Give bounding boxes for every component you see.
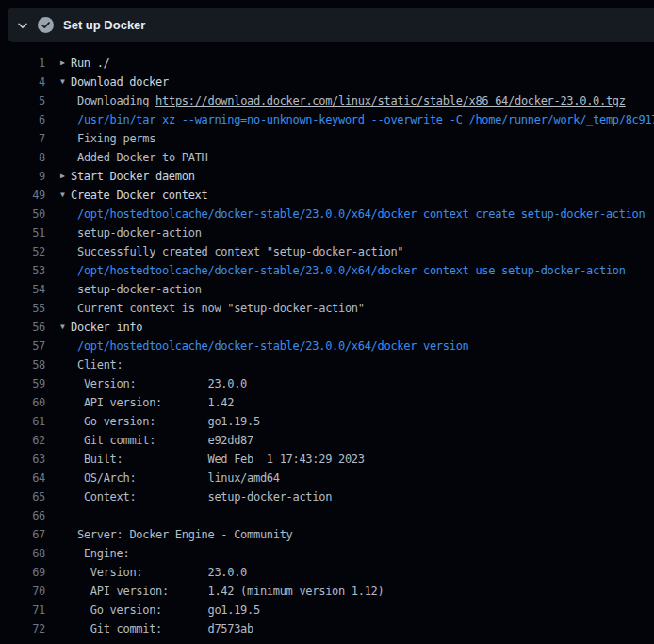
line-number[interactable]: 52 xyxy=(0,245,45,258)
log-row: 54setup-docker-action xyxy=(0,280,654,299)
log-command: /opt/hostedtoolcache/docker-stable/23.0.… xyxy=(45,207,645,221)
triangle-down-icon: ▼ xyxy=(60,73,71,91)
line-number[interactable]: 6 xyxy=(0,113,45,126)
line-number[interactable]: 50 xyxy=(0,207,45,221)
line-number[interactable]: 65 xyxy=(0,490,45,504)
log-row: 1▶Run ./ xyxy=(0,54,654,73)
log-row: 60 API version: 1.42 xyxy=(0,393,654,412)
log-row: 52Successfully created context "setup-do… xyxy=(0,242,654,261)
log-text: Git commit: e92dd87 xyxy=(45,434,253,447)
triangle-right-icon: ▶ xyxy=(60,54,71,73)
log-command: /usr/bin/tar xz --warning=no-unknown-key… xyxy=(45,113,654,126)
line-number[interactable]: 8 xyxy=(0,151,45,164)
log-text: Client: xyxy=(45,358,123,372)
line-number[interactable]: 51 xyxy=(0,226,45,239)
log-row: 6/usr/bin/tar xz --warning=no-unknown-ke… xyxy=(0,110,654,129)
log-row: 65 Context: setup-docker-action xyxy=(0,487,654,506)
log-text: setup-docker-action xyxy=(45,226,202,239)
line-number[interactable]: 53 xyxy=(0,264,45,277)
line-number[interactable]: 57 xyxy=(0,339,45,353)
log-row: 63 Built: Wed Feb 1 17:43:29 2023 xyxy=(0,450,654,469)
line-number[interactable]: 7 xyxy=(0,132,45,145)
line-number[interactable]: 55 xyxy=(0,302,45,315)
log-row: 66 xyxy=(0,506,654,525)
group-title: Start Docker daemon xyxy=(71,170,195,183)
log-group-toggle[interactable]: ▼Create Docker context xyxy=(45,186,207,205)
line-number[interactable]: 69 xyxy=(0,566,45,579)
line-number[interactable]: 60 xyxy=(0,396,45,409)
log-row: 72 Git commit: d7573ab xyxy=(0,619,654,638)
line-number[interactable]: 63 xyxy=(0,453,45,466)
triangle-down-icon: ▼ xyxy=(60,186,71,205)
triangle-right-icon: ▶ xyxy=(60,167,71,186)
line-number[interactable]: 4 xyxy=(0,75,45,89)
log-text: Built: Wed Feb 1 17:43:29 2023 xyxy=(45,453,365,466)
log-row: 62 Git commit: e92dd87 xyxy=(0,431,654,450)
group-title: Docker info xyxy=(71,321,142,334)
log-row: 49▼Create Docker context xyxy=(0,186,654,205)
log-text: Downloading xyxy=(77,94,155,107)
log-text: Go version: go1.19.5 xyxy=(45,603,260,617)
log-row: 57/opt/hostedtoolcache/docker-stable/23.… xyxy=(0,337,654,355)
log-text: Added Docker to PATH xyxy=(45,151,208,164)
line-number[interactable]: 72 xyxy=(0,622,45,636)
log-text: Context: setup-docker-action xyxy=(45,490,332,504)
group-title: Download docker xyxy=(71,75,169,89)
line-number[interactable]: 61 xyxy=(0,415,45,428)
line-number[interactable]: 66 xyxy=(0,509,45,522)
log-group-toggle[interactable]: ▼Docker info xyxy=(45,318,142,337)
log-text: API version: 1.42 xyxy=(45,396,234,409)
step-header[interactable]: Set up Docker xyxy=(8,8,654,42)
line-number[interactable]: 5 xyxy=(0,94,45,107)
log-text-line: Downloading https://download.docker.com/… xyxy=(45,94,626,107)
line-number[interactable]: 62 xyxy=(0,434,45,447)
log-text: Engine: xyxy=(45,547,129,560)
chevron-down-icon[interactable] xyxy=(16,19,29,32)
log-command: /opt/hostedtoolcache/docker-stable/23.0.… xyxy=(45,264,626,277)
log-row: 71 Go version: go1.19.5 xyxy=(0,601,654,619)
step-title: Set up Docker xyxy=(63,18,145,32)
log-row: 4▼Download docker xyxy=(0,73,654,91)
log-group-toggle[interactable]: ▶Start Docker daemon xyxy=(45,167,195,186)
log-row: 64 OS/Arch: linux/amd64 xyxy=(0,469,654,487)
line-number[interactable]: 9 xyxy=(0,170,45,183)
log-text: Server: Docker Engine - Community xyxy=(45,528,293,541)
log-text: setup-docker-action xyxy=(45,283,202,296)
line-number[interactable]: 58 xyxy=(0,358,45,372)
line-number[interactable]: 70 xyxy=(0,585,45,598)
log-row: 58Client: xyxy=(0,355,654,374)
line-number[interactable]: 1 xyxy=(0,57,45,70)
log-link[interactable]: https://download.docker.com/linux/static… xyxy=(155,94,626,107)
log-row: 9▶Start Docker daemon xyxy=(0,167,654,186)
log-row: 51setup-docker-action xyxy=(0,223,654,242)
line-number[interactable]: 54 xyxy=(0,283,45,296)
log-text: Go version: go1.19.5 xyxy=(45,415,260,428)
line-number[interactable]: 71 xyxy=(0,603,45,617)
log-row: 5Downloading https://download.docker.com… xyxy=(0,91,654,110)
line-number[interactable]: 68 xyxy=(0,547,45,560)
log-group-toggle[interactable]: ▼Download docker xyxy=(45,73,169,91)
log-row: 67Server: Docker Engine - Community xyxy=(0,525,654,544)
group-title: Create Docker context xyxy=(71,189,207,202)
log-container: 1▶Run ./4▼Download docker5Downloading ht… xyxy=(0,42,654,644)
log-row: 8Added Docker to PATH xyxy=(0,148,654,167)
line-number[interactable]: 59 xyxy=(0,377,45,390)
log-row: 68 Engine: xyxy=(0,544,654,563)
log-text: Version: 23.0.0 xyxy=(45,566,247,579)
line-number[interactable]: 49 xyxy=(0,189,45,202)
log-text: Fixing perms xyxy=(45,132,155,145)
log-row: 55Current context is now "setup-docker-a… xyxy=(0,299,654,318)
log-row: 70 API version: 1.42 (minimum version 1.… xyxy=(0,582,654,601)
log-command: /opt/hostedtoolcache/docker-stable/23.0.… xyxy=(45,339,468,353)
log-row: 7Fixing perms xyxy=(0,129,654,148)
triangle-down-icon: ▼ xyxy=(60,318,71,337)
log-text: API version: 1.42 (minimum version 1.12) xyxy=(45,585,384,598)
log-row: 50/opt/hostedtoolcache/docker-stable/23.… xyxy=(0,205,654,223)
log-text: OS/Arch: linux/amd64 xyxy=(45,471,280,485)
line-number[interactable]: 67 xyxy=(0,528,45,541)
line-number[interactable]: 64 xyxy=(0,471,45,485)
log-row: 56▼Docker info xyxy=(0,318,654,337)
line-number[interactable]: 56 xyxy=(0,321,45,334)
log-row: 53/opt/hostedtoolcache/docker-stable/23.… xyxy=(0,261,654,280)
log-group-toggle[interactable]: ▶Run ./ xyxy=(45,54,110,73)
